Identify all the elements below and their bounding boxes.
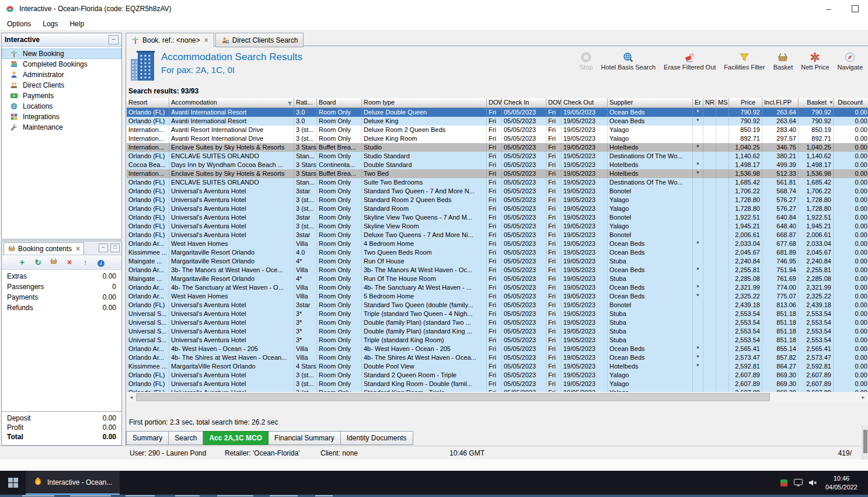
result-row[interactable]: Maingate ...Margaritaville Resort Orland…	[127, 257, 868, 266]
horizontal-scrollbar[interactable]: ◄ ►	[127, 392, 868, 402]
panel-float-icon[interactable]: □	[110, 244, 120, 252]
result-row[interactable]: Universal S...Universal's Aventura Hotel…	[127, 310, 868, 318]
taskbar-app-button[interactable]: Interactive - Ocean...	[26, 471, 120, 495]
volume-muted-icon[interactable]	[808, 479, 817, 486]
column-header-er[interactable]: Er	[693, 98, 703, 108]
facilities-filter-button[interactable]: Facilities Filter	[720, 49, 768, 72]
result-row[interactable]: Universal S...Universal's Aventura Hotel…	[127, 327, 868, 336]
result-row[interactable]: Orlando (FL)Universal's Aventura Hotel3 …	[127, 204, 868, 213]
filter-icon[interactable]	[287, 100, 292, 108]
booking-contents-tab[interactable]: Booking contents ×	[4, 242, 84, 255]
delete-button[interactable]: ×	[64, 257, 75, 267]
basket-button[interactable]	[48, 257, 59, 267]
result-row[interactable]: Orlando (FL)ENCLAVE SUITES ORLANDOStan..…	[127, 152, 868, 161]
scrollbar-thumb[interactable]	[136, 393, 770, 401]
column-header-check-in[interactable]: Check In	[502, 98, 546, 108]
result-row[interactable]: Orlando (FL)Universal's Aventura Hotel3s…	[127, 187, 868, 196]
minimize-button[interactable]: –	[815, 0, 842, 18]
sidebar-item-completed-bookings[interactable]: Completed Bookings	[2, 59, 121, 69]
result-row[interactable]: Orlando (FL)Avanti International Resort3…	[127, 117, 868, 126]
bottom-tab-acc-2a-1c-mco[interactable]: Acc 2A,1C MCO	[203, 431, 269, 445]
result-row[interactable]: Orlando (FL)Universal's Aventura Hotel3s…	[127, 231, 868, 239]
erase-filtered-out-button[interactable]: Erase Filtered Out	[660, 49, 719, 72]
bottom-tab-financial-summary[interactable]: Financial Summary	[269, 431, 341, 445]
bottom-tab-summary[interactable]: Summary	[126, 431, 169, 445]
result-row[interactable]: Orlando (FL)Universal's Aventura Hotel3 …	[127, 222, 868, 231]
taskbar-clock[interactable]: 10:46 04/05/2022	[825, 474, 857, 491]
booking-contents-row-extras[interactable]: Extras0.00	[2, 271, 121, 281]
move-up-button[interactable]: ↑	[80, 257, 90, 267]
result-row[interactable]: Orlando (FL)ENCLAVE SUITES ORLANDOStan..…	[127, 178, 868, 187]
vertical-scrollbar-thumb[interactable]	[863, 430, 867, 453]
tab-book-ref-none[interactable]: Book. ref.: <none>×	[126, 33, 214, 47]
stop-button[interactable]: Stop	[576, 49, 597, 72]
result-row[interactable]: Orlando Ar...4b- The Sanctuary at West H…	[127, 283, 868, 292]
result-row[interactable]: Orlando Ar...4b- West Haven - Ocean - 20…	[127, 345, 868, 353]
booking-contents-row-payments[interactable]: Payments0.00	[2, 292, 121, 303]
result-row[interactable]: Orlando Ar...West Haven HomesVillaRoom O…	[127, 292, 868, 301]
column-header-price[interactable]: Price	[729, 98, 762, 108]
column-header-board[interactable]: Board	[317, 98, 362, 108]
sidebar-item-administrator[interactable]: Administrator	[2, 69, 121, 80]
nett-price-button[interactable]: Nett Price	[797, 49, 832, 72]
result-row[interactable]: Kissimmee ...MargaritaVille Resort Orlan…	[127, 362, 868, 371]
scroll-right-icon[interactable]: ►	[859, 392, 868, 402]
column-header-supplier[interactable]: Supplier	[608, 98, 693, 108]
sidebar-item-direct-clients[interactable]: Direct Clients	[2, 80, 121, 91]
start-button[interactable]	[0, 471, 26, 495]
column-header-dow[interactable]: DOW	[546, 98, 562, 108]
result-row[interactable]: Orlando (FL)Universal's Aventura Hotel3 …	[127, 371, 868, 380]
sidebar-item-maintenance[interactable]: Maintenance	[2, 122, 121, 133]
sidebar-item-integrations[interactable]: Integrations	[2, 112, 121, 122]
booking-contents-row-passengers[interactable]: Passengers0	[2, 281, 121, 292]
collapse-panel-icon[interactable]: –	[109, 35, 118, 44]
result-row[interactable]: Orlando (FL)Universal's Aventura Hotel3s…	[127, 301, 868, 310]
column-header-room-type[interactable]: Room type	[362, 98, 487, 108]
column-header-accommodation[interactable]: Accommodation	[169, 98, 294, 108]
column-header-ms[interactable]: MS	[716, 98, 729, 108]
tab-direct-clients-search[interactable]: Direct Clients Search	[215, 33, 304, 47]
sidebar-item-payments[interactable]: Payments	[2, 91, 121, 101]
maximize-button[interactable]	[842, 0, 868, 18]
result-row[interactable]: Internation...Enclave Suites by Sky Hote…	[127, 143, 868, 152]
bottom-tab-identity-documents[interactable]: Identity Documents	[341, 431, 413, 445]
tray-app-icon[interactable]	[780, 479, 788, 487]
result-row[interactable]: Orlando Ar...West Haven HomesVillaRoom O…	[127, 239, 868, 248]
result-row[interactable]: Kissimmee ...Margaritaville Resort Orlan…	[127, 248, 868, 257]
menu-logs[interactable]: Logs	[37, 19, 64, 29]
dropdown-icon[interactable]: ▾	[829, 98, 832, 107]
result-row[interactable]: Orlando (FL)Universal's Aventura Hotel3 …	[127, 380, 868, 388]
result-row[interactable]: Orlando Ar...4b- The Shires at West Have…	[127, 353, 868, 362]
result-row[interactable]: Cocoa Bea...Days Inn by Wyndham Cocoa Be…	[127, 161, 868, 169]
result-row[interactable]: Orlando Ar...3b- The Manors at West Have…	[127, 266, 868, 274]
result-row[interactable]: Orlando (FL)Universal's Aventura Hotel3s…	[127, 213, 868, 222]
scroll-left-icon[interactable]: ◄	[127, 392, 136, 402]
column-header-dow[interactable]: DOW	[487, 98, 502, 108]
result-row[interactable]: Internation...Avanti Resort Internationa…	[127, 134, 868, 143]
menu-options[interactable]: Options	[1, 19, 37, 29]
result-row[interactable]: Orlando (FL)Avanti International Resort3…	[127, 108, 868, 117]
column-header-incl-fl-pp[interactable]: Incl.Fl.PP	[762, 98, 799, 108]
basket-button[interactable]: Basket	[770, 49, 797, 72]
result-row[interactable]: Maingate ...Margaritaville Resort Orland…	[127, 274, 868, 283]
info-button[interactable]: i	[96, 257, 106, 267]
sidebar-item-new-booking[interactable]: New Booking	[2, 48, 121, 59]
navigate-button[interactable]: Navigate	[834, 49, 866, 72]
display-icon[interactable]	[794, 479, 803, 486]
bottom-tab-search[interactable]: Search	[169, 431, 203, 445]
menu-help[interactable]: Help	[64, 19, 90, 29]
refresh-button[interactable]: ↻	[33, 257, 43, 267]
hotel-basis-search-button[interactable]: Hotel Basis Search	[598, 49, 660, 72]
column-header-rati[interactable]: Rati...	[294, 98, 317, 108]
result-row[interactable]: Universal S...Universal's Aventura Hotel…	[127, 336, 868, 345]
add-button[interactable]: +	[17, 257, 27, 267]
result-row[interactable]: Orlando (FL)Universal's Aventura Hotel3 …	[127, 196, 868, 204]
column-header-basket[interactable]: Basket▾	[799, 98, 834, 108]
result-row[interactable]: Internation...Avanti Resort Internationa…	[127, 126, 868, 134]
result-row[interactable]: Orlando (FL)Universal's Aventura Hotel3 …	[127, 388, 868, 392]
column-header-nr[interactable]: NR	[703, 98, 716, 108]
result-row[interactable]: Internation...Enclave Suites by Sky Hote…	[127, 169, 868, 178]
booking-contents-row-refunds[interactable]: Refunds0.00	[2, 303, 121, 313]
result-row[interactable]: Universal S...Universal's Aventura Hotel…	[127, 318, 868, 327]
close-panel-icon[interactable]: ×	[76, 245, 80, 253]
